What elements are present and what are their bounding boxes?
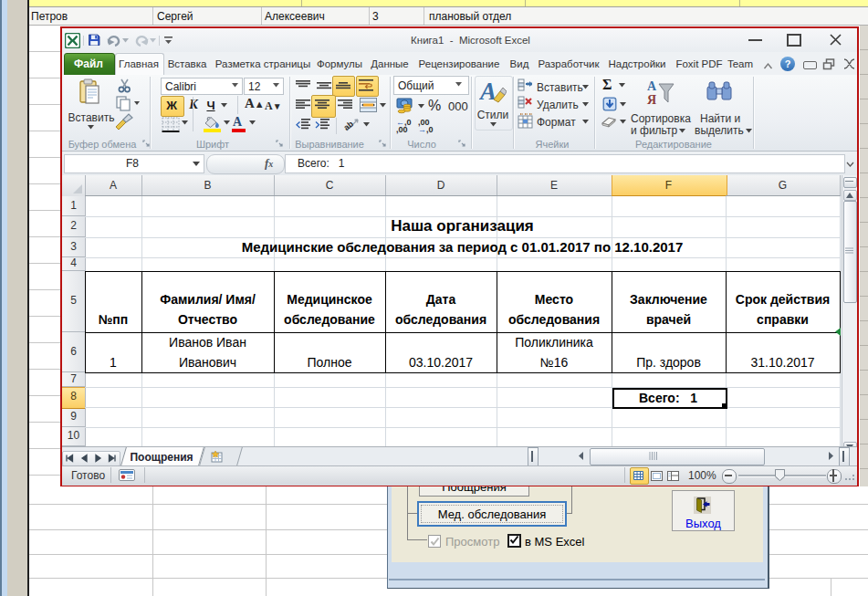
svg-text:Я: Я [647, 93, 656, 107]
svg-text:ab: ab [344, 119, 355, 132]
svg-text:А: А [647, 79, 657, 93]
svg-text:A: A [479, 78, 497, 105]
